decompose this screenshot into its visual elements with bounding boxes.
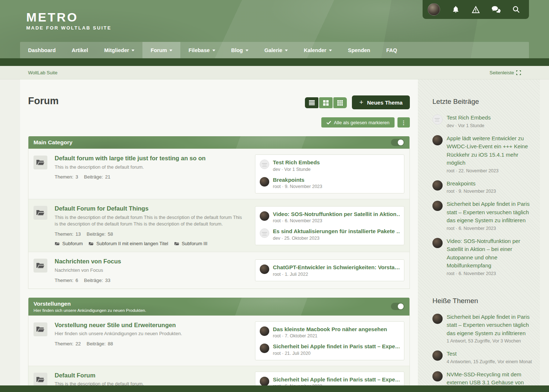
moderation-alert-icon[interactable]: [471, 5, 481, 14]
view-list-button[interactable]: [305, 97, 318, 108]
avatar[interactable]: [260, 377, 269, 385]
avatar[interactable]: [432, 314, 443, 324]
latest-post-link[interactable]: Sicherheit bei Apple findet in Paris sta…: [273, 376, 400, 383]
forum-row: Default Forum This is the description of…: [28, 366, 409, 385]
sidebar-topic-link[interactable]: Sicherheit bei Apple findet in Paris sta…: [447, 313, 536, 338]
nav-label: Blog: [231, 47, 243, 53]
latest-post-meta: root · 9. November 2023: [273, 184, 400, 189]
sidebar-post-link[interactable]: Apple lädt weitere Entwickler zu WWDC-Li…: [447, 134, 536, 167]
latest-post-link[interactable]: ChatGPT-Entwickler in Schwierigkeiten: V…: [273, 264, 400, 271]
forum-title-link[interactable]: Default forum with large title just for …: [55, 154, 205, 162]
sidebar: Letzte Beiträge Test Rich Embeds dev · V…: [418, 79, 540, 385]
topics-count: 13: [75, 231, 81, 237]
forum-title-link[interactable]: Default Forum for Default Things: [55, 205, 149, 212]
latest-post-meta: root · 21. Juli 2020: [273, 351, 400, 356]
sidebar-post-link[interactable]: Breakpoints: [447, 180, 496, 188]
latest-post-link[interactable]: Video: SOS-Notruffunktion per Satellit i…: [273, 211, 400, 218]
forum-description: Nachrichten von Focus: [55, 267, 244, 274]
mark-all-read-button[interactable]: Alle als gelesen markieren: [321, 117, 395, 128]
forum-stats: Themen:22 Beiträge:88: [55, 341, 254, 346]
sidebar-toggle-button[interactable]: Seitenleiste: [490, 70, 521, 75]
forum-title-link[interactable]: Default Forum: [55, 372, 95, 379]
avatar[interactable]: [260, 326, 269, 336]
nav-item-kalender[interactable]: Kalender: [296, 42, 340, 58]
sidebar-topic-item: Test 4 Antworten, 15 Zugriffe, Vor einem…: [432, 350, 536, 364]
topics-count: 22: [75, 341, 81, 346]
folder-icon: [174, 242, 180, 246]
sidebar-toggle-label: Seitenleiste: [490, 70, 514, 75]
folder-open-icon[interactable]: [34, 373, 47, 385]
latest-post-link[interactable]: Es sind Aktualisierungen für installiert…: [273, 228, 400, 235]
folder-open-icon[interactable]: [34, 206, 47, 220]
sidebar-post-meta: root · 22. November 2023: [447, 168, 536, 173]
nav-item-spenden[interactable]: Spenden: [340, 42, 378, 58]
user-panel: [423, 0, 529, 19]
nav-item-blog[interactable]: Blog: [223, 42, 256, 58]
latest-posts-card: Test Rich Embeds dev · Vor 1 Stunde Brea…: [255, 154, 404, 193]
avatar[interactable]: [260, 264, 269, 274]
subforum-link[interactable]: Subforum II mit einem langen Titel: [89, 241, 168, 246]
nav-item-forum[interactable]: Forum: [142, 42, 180, 58]
avatar[interactable]: [432, 201, 443, 211]
forum-title-link[interactable]: Nachrichten von Focus: [55, 258, 121, 265]
topics-label: Themen:: [55, 278, 73, 283]
sidebar-post-link[interactable]: Video: SOS-Notruffunktion per Satellit i…: [447, 237, 536, 270]
latest-post-link[interactable]: Test Rich Embeds: [273, 159, 400, 166]
nav-item-dashboard[interactable]: Dashboard: [20, 42, 64, 58]
user-avatar[interactable]: [428, 3, 440, 16]
avatar[interactable]: [432, 180, 443, 191]
more-options-button[interactable]: ⋮: [397, 117, 410, 128]
view-grid-3-button[interactable]: [333, 97, 347, 108]
category-collapse-toggle[interactable]: [391, 139, 404, 146]
avatar[interactable]: [260, 177, 269, 187]
latest-post: Breakpoints root · 9. November 2023: [255, 174, 404, 192]
new-topic-button[interactable]: + Neues Thema: [352, 95, 410, 109]
latest-post: Sicherheit bei Apple findet in Paris sta…: [255, 341, 404, 358]
folder-open-icon[interactable]: [34, 156, 47, 169]
view-grid-2-button[interactable]: [319, 97, 333, 108]
avatar[interactable]: [432, 114, 443, 125]
avatar[interactable]: [260, 211, 269, 221]
nav-item-mitglieder[interactable]: Mitglieder: [96, 42, 142, 58]
topics-label: Themen:: [55, 341, 73, 346]
category-collapse-toggle[interactable]: [391, 303, 404, 310]
main-column: Forum + Neues Thema: [20, 79, 418, 385]
nav-item-galerie[interactable]: Galerie: [256, 42, 296, 58]
folder-open-icon[interactable]: [34, 259, 47, 273]
avatar[interactable]: [260, 344, 269, 353]
nav-item-artikel[interactable]: Artikel: [64, 42, 96, 58]
sidebar-post-link[interactable]: Sicherheit bei Apple findet in Paris sta…: [447, 200, 536, 225]
forum-title-link[interactable]: Vorstellung neuer Stile und Erweiterunge…: [55, 321, 176, 329]
folder-open-icon[interactable]: [34, 322, 47, 336]
latest-post-meta: dev · 25. Oktober 2023: [273, 236, 400, 241]
category-header: Main Category: [28, 136, 409, 149]
subforum-link[interactable]: Subforum: [55, 241, 83, 246]
avatar[interactable]: [432, 135, 443, 145]
sidebar-topic-link[interactable]: NVMe-SSD-Recycling mit dem externen USB …: [447, 371, 536, 386]
sidebar-topic-link[interactable]: Test: [447, 350, 532, 358]
chevron-down-icon: [132, 50, 134, 51]
conversations-icon[interactable]: [491, 5, 501, 14]
latest-post-link[interactable]: Sicherheit bei Apple findet in Paris sta…: [273, 343, 400, 350]
search-icon[interactable]: [511, 5, 521, 14]
category-subtitle: Hier finden sich unsere Ankündigungen zu…: [34, 308, 404, 313]
avatar[interactable]: [260, 228, 269, 238]
avatar[interactable]: [260, 160, 269, 169]
nav-label: Spenden: [348, 47, 370, 53]
avatar[interactable]: [432, 350, 443, 361]
site-logo[interactable]: METRO MADE FOR WOLTLAB SUITE: [26, 11, 111, 31]
subforum-label: Subforum: [62, 241, 83, 246]
nav-item-faq[interactable]: FAQ: [378, 42, 405, 58]
avatar[interactable]: [432, 238, 443, 248]
latest-post-link[interactable]: Breakpoints: [273, 176, 400, 184]
nav-label: Artikel: [72, 47, 88, 53]
notifications-bell-icon[interactable]: [451, 5, 460, 14]
breadcrumb[interactable]: WoltLab Suite: [28, 70, 58, 75]
subforum-link[interactable]: Subforum III: [174, 241, 208, 246]
latest-post-meta: root · 6. November 2023: [273, 218, 400, 223]
avatar[interactable]: [432, 371, 443, 381]
nav-item-filebase[interactable]: Filebase: [180, 42, 223, 58]
sidebar-post-link[interactable]: Test Rich Embeds: [447, 114, 491, 122]
posts-label: Beiträge:: [84, 278, 103, 283]
latest-post-link[interactable]: Das kleinste Macbook Pro näher angesehen: [273, 326, 400, 333]
